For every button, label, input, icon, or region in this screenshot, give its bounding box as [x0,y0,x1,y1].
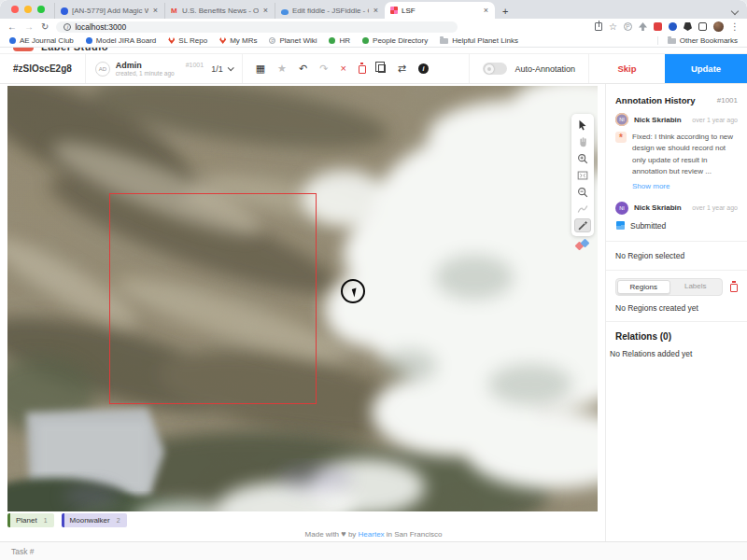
new-tab-button[interactable]: + [495,6,515,19]
site-info-icon[interactable]: i [63,23,71,31]
fit-screen-tool[interactable] [574,168,591,182]
history-status: Submitted [616,221,738,231]
minimize-window-button[interactable] [24,6,32,13]
tab-close-icon[interactable]: × [483,7,489,15]
undo-icon[interactable]: ↶ [299,63,307,74]
ground-truth-star-icon[interactable]: ★ [277,63,287,74]
tab-search-chevron-icon[interactable] [731,7,739,15]
skip-button[interactable]: Skip [588,54,665,83]
duplicate-annotation-icon[interactable] [378,64,386,73]
label-hotkey: 2 [117,517,120,524]
tab-strip: [AN-5779] Add Magic Wand fu × M U.S. Ben… [0,0,747,19]
label-tag-planet[interactable]: Planet 1 [7,513,54,527]
tab-labels[interactable]: Labels [670,280,722,294]
browser-menu-kebab-icon[interactable]: ⋮ [730,21,740,32]
annotation-header: #zSlOscE2g8 AD Admin created, 1 minute a… [0,53,747,84]
delete-regions-icon[interactable] [730,284,738,292]
settings-swap-icon[interactable]: ⇄ [398,63,406,74]
heartex-link[interactable]: Heartex [359,530,385,539]
delete-annotation-icon[interactable] [359,65,366,74]
submitted-text: Submitted [630,221,666,231]
toolbar-extensions: ☆ P ⋮ [595,21,740,32]
bookmark-helpful-planet-links[interactable]: Helpful Planet Links [440,36,518,45]
bookmark-favicon [86,37,92,44]
browser-tab-benefits[interactable]: M U.S. Benefits News - Open Enr × [164,3,275,19]
task-code: #zSlOscE2g8 [0,54,86,83]
extension-tree-icon[interactable] [639,22,647,31]
forward-icon[interactable]: → [24,22,34,32]
history-entry[interactable]: NI Nick Skriabin over 1 year ago [615,202,738,215]
label-tag-moonwalker[interactable]: Moonwalker 2 [62,513,127,527]
footer-text: Made with [305,530,339,539]
close-window-button[interactable] [11,6,19,13]
bookmark-my-mrs[interactable]: My MRs [219,36,257,45]
url-input[interactable]: i localhost:3000 [56,21,458,33]
redo-icon[interactable]: ↷ [319,63,328,74]
show-more-link[interactable]: Show more [632,182,738,190]
tab-regions[interactable]: Regions [617,280,670,294]
extension-blue-icon[interactable] [669,22,677,31]
created-note: created, 1 minute ago [116,70,175,77]
tab-title: [AN-5779] Add Magic Wand fu [72,7,148,15]
tab-close-icon[interactable]: × [373,7,379,15]
bookmark-sl-repo[interactable]: SL Repo [168,36,207,45]
url-text: localhost:3000 [75,22,126,32]
bookmark-favicon [9,37,16,44]
zoom-in-tool[interactable] [574,151,591,165]
tab-title: Edit fiddle - JSFiddle - Code P [292,7,369,15]
pointer-tool[interactable] [574,118,591,132]
share-icon[interactable] [595,22,602,31]
bookmark-planet-wiki[interactable]: P Planet Wiki [269,36,317,45]
browser-window: [AN-5779] Add Magic Wand fu × M U.S. Ben… [0,0,747,560]
magic-wand-tool[interactable] [574,218,591,232]
label-name: Planet [16,516,37,525]
user-avatar: NI [615,202,628,215]
history-entry[interactable]: NI Nick Skriabin over 1 year ago [615,113,738,126]
regions-labels-switch: Regions Labels [606,271,747,301]
reset-icon[interactable]: × [340,63,345,74]
info-icon[interactable]: i [418,63,429,74]
annotation-bbox[interactable] [109,193,317,404]
auto-annotation-toggle[interactable] [483,63,507,75]
history-time: over 1 year ago [692,117,738,123]
extension-red-icon[interactable] [654,22,662,31]
auto-annotation-label: Auto-Annotation [514,64,575,74]
bookmark-model-jira-board[interactable]: Model JIRA Board [86,36,156,45]
browser-tab-jsfiddle[interactable]: Edit fiddle - JSFiddle - Code P × [275,3,385,19]
gmail-icon: M [171,7,178,15]
zoom-out-tool[interactable] [574,185,591,199]
browser-tab-lsf-active[interactable]: LSF × [385,2,495,19]
update-button[interactable]: Update [665,54,747,83]
task-label: Task # [11,547,35,556]
back-icon[interactable]: ← [7,22,17,32]
annotation-pager-dropdown[interactable]: 1/1 [209,54,242,83]
grid-view-icon[interactable]: ▦ [256,63,265,75]
tab-close-icon[interactable]: × [262,7,269,15]
label-name: Moonwalker [70,516,110,525]
bookmark-favicon [329,37,335,44]
extension-dark-icon[interactable] [684,22,692,31]
pan-hand-tool[interactable] [574,134,591,148]
bookmarks-bar: AE Journal Club Model JIRA Board SL Repo… [0,35,747,48]
history-user: Nick Skriabin [634,116,686,124]
tab-title: LSF [402,7,479,15]
annotation-canvas[interactable] [7,86,598,511]
bookmark-ae-journal-club[interactable]: AE Journal Club [9,36,74,45]
brush-tool[interactable] [574,202,591,216]
bookmark-people-directory[interactable]: People Directory [362,36,428,45]
extension-p-icon[interactable]: P [624,22,632,31]
tab-close-icon[interactable]: × [152,7,159,15]
magic-wand-cursor [341,279,365,303]
browser-tab-jira[interactable]: [AN-5779] Add Magic Wand fu × [54,3,164,19]
bookmark-star-icon[interactable]: ☆ [609,22,617,32]
bookmark-hr[interactable]: HR [329,36,350,45]
profile-avatar[interactable] [713,21,724,32]
footer-text: in San Francisco [387,530,443,539]
other-bookmarks[interactable]: Other Bookmarks [657,36,738,45]
eraser-diamond-tool[interactable] [576,239,591,252]
reload-icon[interactable]: ↻ [41,22,49,32]
bookmark-label: My MRs [230,36,257,45]
bookmark-label: SL Repo [178,36,207,45]
side-panel-icon[interactable] [698,22,707,31]
maximize-window-button[interactable] [37,6,45,13]
